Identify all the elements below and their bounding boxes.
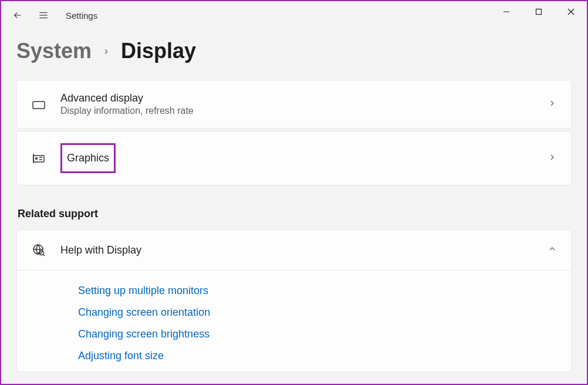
graphics-highlight: Graphics [60,143,116,173]
titlebar-left: Settings [6,4,97,27]
monitor-icon [31,97,46,112]
close-button[interactable] [555,1,587,22]
back-button[interactable] [6,4,29,27]
chevron-right-icon [548,99,557,110]
graphics-title: Graphics [67,152,109,164]
svg-rect-7 [33,102,45,109]
support-links: Setting up multiple monitors Changing sc… [17,270,571,362]
link-screen-brightness[interactable]: Changing screen brightness [78,328,571,340]
hamburger-icon [38,10,49,21]
graphics-card-icon [31,151,46,166]
card-text: Advanced display Display information, re… [60,92,548,116]
svg-line-15 [43,255,45,256]
graphics-card[interactable]: Graphics [16,131,572,185]
card-text: Graphics [60,143,548,173]
breadcrumb-current: Display [121,39,196,63]
link-screen-orientation[interactable]: Changing screen orientation [78,306,571,319]
related-support-heading: Related support [18,208,572,220]
svg-rect-4 [536,9,541,15]
minimize-button[interactable] [490,1,522,22]
link-font-size[interactable]: Adjusting font size [78,350,571,362]
svg-point-10 [36,157,38,159]
app-name: Settings [66,11,97,21]
advanced-display-title: Advanced display [60,92,548,104]
chevron-right-icon [102,43,110,59]
advanced-display-card[interactable]: Advanced display Display information, re… [16,80,572,129]
help-with-display-header[interactable]: Help with Display [17,230,571,270]
close-icon [567,8,575,15]
window-controls [490,1,587,22]
maximize-button[interactable] [522,1,555,22]
chevron-up-icon [548,244,557,256]
minimize-icon [503,8,510,15]
advanced-display-subtitle: Display information, refresh rate [60,106,548,116]
link-multiple-monitors[interactable]: Setting up multiple monitors [78,285,571,297]
breadcrumb-parent[interactable]: System [16,39,92,63]
chevron-right-icon [548,153,557,164]
globe-search-icon [31,243,46,257]
help-with-display-title: Help with Display [60,244,548,256]
svg-rect-8 [33,156,44,162]
maximize-icon [535,8,542,15]
support-card: Help with Display Setting up multiple mo… [16,229,572,372]
titlebar: Settings [1,1,587,29]
back-arrow-icon [12,10,23,21]
hamburger-menu-button[interactable] [32,4,55,27]
breadcrumb: System Display [16,39,572,63]
main-content: System Display Advanced display Display … [1,39,587,372]
